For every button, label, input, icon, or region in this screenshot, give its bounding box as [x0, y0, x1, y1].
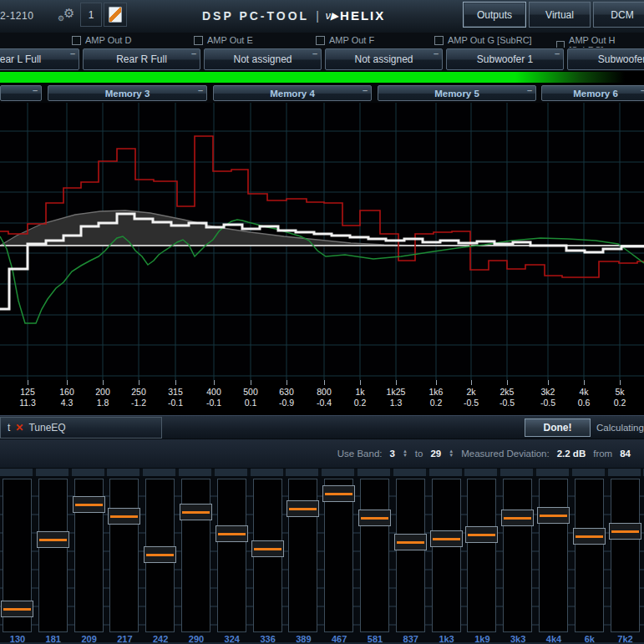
instance-number-box[interactable]: 1 — [80, 3, 102, 27]
eq-slider-track[interactable] — [3, 479, 32, 632]
band-from-field[interactable]: 3 — [390, 449, 395, 459]
tick-mark — [287, 380, 287, 385]
top-button-virtual[interactable]: Virtual — [529, 2, 591, 28]
eq-slider-handle[interactable] — [73, 496, 105, 513]
eq-slider-handle[interactable] — [108, 508, 140, 525]
eq-slider-handle[interactable] — [1, 601, 33, 617]
edit-note-button[interactable] — [104, 3, 127, 27]
eq-slider-track[interactable] — [467, 479, 496, 632]
done-button[interactable]: Done! — [525, 418, 591, 437]
eq-slider-track[interactable] — [253, 479, 282, 632]
eq-slider-handle[interactable] — [216, 525, 248, 542]
eq-slider-handle[interactable] — [609, 523, 641, 540]
eq-slider-track[interactable] — [539, 479, 568, 632]
eq-slider-track[interactable] — [217, 479, 246, 632]
eq-slider-handle[interactable] — [465, 526, 498, 543]
eq-slider-handle[interactable] — [37, 531, 69, 548]
eq-slider-handle[interactable] — [180, 504, 212, 520]
output-channel-label: Subwoofer 1 — [598, 53, 644, 65]
eq-slider-track[interactable] — [611, 479, 640, 632]
collapse-dash-icon: – — [363, 85, 368, 95]
eq-slider-track[interactable] — [396, 479, 425, 632]
memory-tab-memory-6[interactable]: –Memory 6 — [541, 85, 644, 101]
band-to-stepper[interactable]: ▲ ▼ — [449, 449, 454, 458]
tick-freq-label: 800 — [306, 387, 342, 398]
tick-db-value: -0.1 — [157, 398, 194, 408]
eq-band-467: 467 — [322, 479, 357, 644]
eq-slider-handle[interactable] — [537, 507, 570, 524]
output-channel-button[interactable]: –Subwoofer 1 — [567, 48, 644, 70]
eq-slider-handle[interactable] — [430, 530, 463, 547]
output-channel-button[interactable]: –Subwoofer 1 — [446, 48, 564, 70]
eq-slider-handle[interactable] — [322, 485, 355, 502]
tick-db-value: 0.2 — [342, 398, 378, 408]
output-channel-button[interactable]: –ear L Full — [0, 48, 79, 70]
tick-freq-label: 2k — [453, 387, 489, 398]
eq-band-209: 209 — [72, 479, 108, 644]
eq-band-336: 336 — [251, 479, 287, 644]
memory-tab-memory-3[interactable]: –Memory 3 — [48, 85, 207, 101]
axis-tick-400: 400-0.1 — [195, 380, 232, 408]
output-channel-button[interactable]: –Rear R Full — [83, 48, 200, 70]
checkbox-unchecked[interactable] — [434, 36, 444, 45]
checkbox-unchecked[interactable] — [316, 36, 325, 45]
eq-slider-track[interactable] — [503, 479, 532, 632]
eq-slider-track[interactable] — [360, 479, 389, 632]
eq-slider-handle[interactable] — [573, 528, 606, 545]
memory-tab-memory-5[interactable]: –Memory 5 — [378, 85, 536, 101]
memory-tab-memory-4[interactable]: –Memory 4 — [213, 85, 372, 101]
eq-slider-handle[interactable] — [287, 500, 319, 517]
eq-slider-track[interactable] — [74, 479, 104, 632]
eq-slider-track[interactable] — [575, 479, 604, 632]
eq-band-1k3: 1k3 — [429, 479, 465, 644]
eq-slider-track[interactable] — [432, 479, 461, 632]
tick-mark — [28, 380, 28, 385]
eq-slider-handle[interactable] — [501, 510, 534, 526]
eq-panel-header-strip — [0, 469, 644, 476]
tick-mark — [471, 380, 472, 385]
output-channel-button[interactable]: –Not assigned — [325, 48, 443, 70]
band-from-stepper[interactable]: ▲ ▼ — [403, 449, 408, 458]
memory-tab-partial[interactable]: – — [0, 85, 42, 101]
tick-freq-label: 250 — [120, 387, 157, 398]
collapse-dash-icon: – — [70, 48, 75, 58]
eq-slider-track[interactable] — [324, 479, 353, 632]
eq-slider-track[interactable] — [109, 479, 139, 632]
amp-out-checkbox-group: AMP Out G [SubRC] — [434, 35, 532, 45]
eq-slider-track[interactable] — [288, 479, 317, 632]
eq-slider-handle[interactable] — [144, 546, 176, 563]
axis-tick-125: 12511.3 — [9, 380, 46, 408]
eq-slider-handle[interactable] — [394, 534, 427, 550]
collapse-dash-icon: – — [641, 85, 644, 95]
eq-band-130: 130 — [0, 479, 36, 644]
total-bands-value: 84 — [620, 449, 631, 459]
checkbox-unchecked[interactable] — [194, 36, 203, 45]
pencil-icon — [109, 7, 122, 23]
axis-tick-500: 5000.1 — [232, 380, 269, 408]
tick-mark — [507, 380, 508, 385]
eq-slider-track[interactable] — [145, 479, 175, 632]
settings-gear-icon[interactable]: ⚙⚙ — [63, 6, 74, 21]
tuneeq-tab-label: TuneEQ — [28, 422, 65, 434]
tab-tuneeq[interactable]: t ✕ TuneEQ — [0, 417, 162, 439]
tick-db-value: -0.5 — [530, 398, 566, 408]
tick-mark — [175, 380, 176, 385]
output-channel-button[interactable]: –Not assigned — [204, 48, 322, 70]
eq-slider-track[interactable] — [181, 479, 210, 632]
amp-out-label: AMP Out F — [329, 35, 374, 45]
top-button-outputs[interactable]: Outputs — [463, 2, 526, 28]
checkbox-unchecked[interactable] — [72, 36, 81, 45]
axis-tick-1k6: 1k60.2 — [418, 380, 454, 408]
eq-band-6k: 6k — [572, 479, 608, 644]
close-icon[interactable]: ✕ — [15, 422, 23, 434]
tick-freq-label: 2k5 — [489, 387, 525, 398]
level-meter-bar — [0, 72, 644, 83]
tick-freq-label: 4k — [565, 387, 602, 398]
tick-mark — [360, 380, 361, 385]
eq-slider-track[interactable] — [38, 479, 68, 632]
axis-tick-160: 1604.3 — [48, 380, 85, 408]
eq-slider-handle[interactable] — [251, 540, 284, 557]
band-to-field[interactable]: 29 — [430, 449, 441, 459]
top-button-dcm[interactable]: DCM — [593, 2, 644, 28]
eq-slider-handle[interactable] — [358, 510, 391, 526]
